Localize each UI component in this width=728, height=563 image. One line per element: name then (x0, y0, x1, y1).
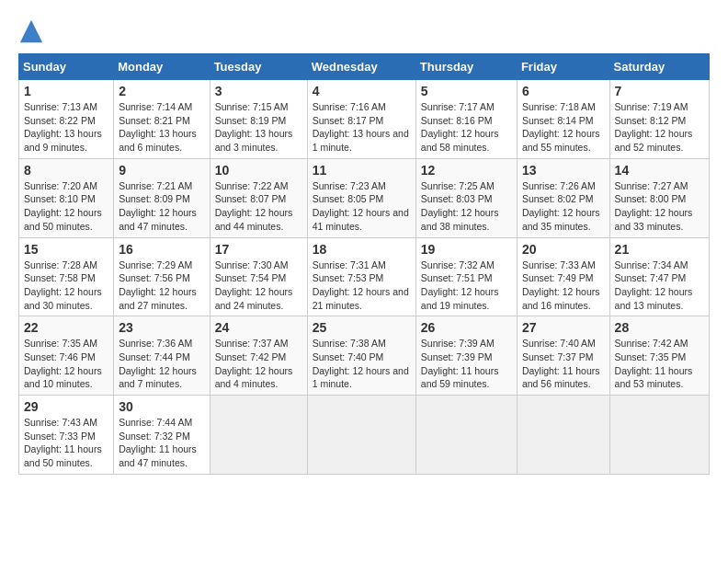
day-info: Sunrise: 7:17 AM Sunset: 8:16 PM Dayligh… (421, 100, 512, 155)
day-number: 24 (215, 320, 302, 335)
calendar-cell: 18 Sunrise: 7:31 AM Sunset: 7:53 PM Dayl… (307, 237, 415, 316)
calendar-week-4: 22 Sunrise: 7:35 AM Sunset: 7:46 PM Dayl… (19, 316, 710, 396)
day-number: 5 (421, 84, 512, 98)
day-number: 22 (24, 320, 108, 335)
weekday-header-thursday: Thursday (415, 54, 517, 80)
day-number: 30 (119, 399, 204, 414)
day-number: 10 (215, 163, 302, 178)
calendar-cell: 14 Sunrise: 7:27 AM Sunset: 8:00 PM Dayl… (609, 158, 709, 237)
day-number: 18 (313, 242, 411, 257)
calendar-week-1: 1 Sunrise: 7:13 AM Sunset: 8:22 PM Dayli… (19, 80, 710, 159)
day-info: Sunrise: 7:35 AM Sunset: 7:46 PM Dayligh… (24, 337, 108, 391)
day-info: Sunrise: 7:26 AM Sunset: 8:02 PM Dayligh… (522, 179, 605, 234)
logo (18, 18, 47, 44)
day-number: 28 (615, 320, 704, 335)
day-number: 27 (522, 320, 605, 335)
calendar-week-5: 29 Sunrise: 7:43 AM Sunset: 7:33 PM Dayl… (19, 396, 710, 475)
day-number: 3 (215, 84, 302, 98)
day-number: 2 (119, 84, 204, 98)
day-info: Sunrise: 7:32 AM Sunset: 7:51 PM Dayligh… (421, 259, 512, 313)
calendar-cell: 28 Sunrise: 7:42 AM Sunset: 7:35 PM Dayl… (609, 316, 709, 396)
calendar-cell: 4 Sunrise: 7:16 AM Sunset: 8:17 PM Dayli… (307, 80, 415, 159)
calendar-cell: 6 Sunrise: 7:18 AM Sunset: 8:14 PM Dayli… (517, 80, 609, 159)
logo-icon (18, 18, 44, 44)
calendar-cell: 8 Sunrise: 7:20 AM Sunset: 8:10 PM Dayli… (19, 158, 114, 237)
day-number: 26 (421, 320, 512, 335)
day-info: Sunrise: 7:15 AM Sunset: 8:19 PM Dayligh… (215, 100, 302, 155)
day-number: 9 (119, 163, 204, 178)
calendar-cell: 10 Sunrise: 7:22 AM Sunset: 8:07 PM Dayl… (210, 158, 307, 237)
day-info: Sunrise: 7:39 AM Sunset: 7:39 PM Dayligh… (421, 337, 512, 391)
day-info: Sunrise: 7:21 AM Sunset: 8:09 PM Dayligh… (119, 179, 204, 234)
day-info: Sunrise: 7:13 AM Sunset: 8:22 PM Dayligh… (24, 100, 108, 155)
calendar-cell: 12 Sunrise: 7:25 AM Sunset: 8:03 PM Dayl… (415, 158, 517, 237)
calendar-cell: 23 Sunrise: 7:36 AM Sunset: 7:44 PM Dayl… (114, 316, 210, 396)
calendar-cell: 16 Sunrise: 7:29 AM Sunset: 7:56 PM Dayl… (114, 237, 210, 316)
calendar-cell: 2 Sunrise: 7:14 AM Sunset: 8:21 PM Dayli… (114, 80, 210, 159)
day-info: Sunrise: 7:44 AM Sunset: 7:32 PM Dayligh… (119, 416, 204, 470)
calendar-table: SundayMondayTuesdayWednesdayThursdayFrid… (18, 53, 710, 475)
day-number: 11 (313, 163, 411, 178)
calendar-cell: 13 Sunrise: 7:26 AM Sunset: 8:02 PM Dayl… (517, 158, 609, 237)
day-info: Sunrise: 7:18 AM Sunset: 8:14 PM Dayligh… (522, 100, 605, 155)
calendar-week-2: 8 Sunrise: 7:20 AM Sunset: 8:10 PM Dayli… (19, 158, 710, 237)
calendar-cell: 17 Sunrise: 7:30 AM Sunset: 7:54 PM Dayl… (210, 237, 307, 316)
calendar-cell: 21 Sunrise: 7:34 AM Sunset: 7:47 PM Dayl… (609, 237, 709, 316)
day-info: Sunrise: 7:23 AM Sunset: 8:05 PM Dayligh… (313, 179, 411, 234)
calendar-week-3: 15 Sunrise: 7:28 AM Sunset: 7:58 PM Dayl… (19, 237, 710, 316)
day-number: 23 (119, 320, 204, 335)
day-number: 1 (24, 84, 108, 98)
day-number: 29 (24, 399, 108, 414)
header (18, 18, 710, 44)
day-info: Sunrise: 7:14 AM Sunset: 8:21 PM Dayligh… (119, 100, 204, 155)
calendar-cell: 30 Sunrise: 7:44 AM Sunset: 7:32 PM Dayl… (114, 396, 210, 475)
calendar-cell (307, 396, 415, 475)
day-number: 8 (24, 163, 108, 178)
weekday-header-friday: Friday (517, 54, 609, 80)
day-info: Sunrise: 7:33 AM Sunset: 7:49 PM Dayligh… (522, 259, 605, 313)
calendar-cell: 5 Sunrise: 7:17 AM Sunset: 8:16 PM Dayli… (415, 80, 517, 159)
calendar-cell: 22 Sunrise: 7:35 AM Sunset: 7:46 PM Dayl… (19, 316, 114, 396)
day-info: Sunrise: 7:22 AM Sunset: 8:07 PM Dayligh… (215, 179, 302, 234)
weekday-header-wednesday: Wednesday (307, 54, 415, 80)
calendar-cell: 26 Sunrise: 7:39 AM Sunset: 7:39 PM Dayl… (415, 316, 517, 396)
calendar-cell: 29 Sunrise: 7:43 AM Sunset: 7:33 PM Dayl… (19, 396, 114, 475)
day-info: Sunrise: 7:31 AM Sunset: 7:53 PM Dayligh… (313, 259, 411, 313)
day-info: Sunrise: 7:16 AM Sunset: 8:17 PM Dayligh… (313, 100, 411, 155)
day-info: Sunrise: 7:42 AM Sunset: 7:35 PM Dayligh… (615, 337, 704, 391)
calendar-cell: 11 Sunrise: 7:23 AM Sunset: 8:05 PM Dayl… (307, 158, 415, 237)
day-number: 6 (522, 84, 605, 98)
day-number: 7 (615, 84, 704, 98)
day-info: Sunrise: 7:19 AM Sunset: 8:12 PM Dayligh… (615, 100, 704, 155)
day-number: 14 (615, 163, 704, 178)
calendar-cell: 15 Sunrise: 7:28 AM Sunset: 7:58 PM Dayl… (19, 237, 114, 316)
day-info: Sunrise: 7:29 AM Sunset: 7:56 PM Dayligh… (119, 259, 204, 313)
calendar-cell: 20 Sunrise: 7:33 AM Sunset: 7:49 PM Dayl… (517, 237, 609, 316)
day-info: Sunrise: 7:34 AM Sunset: 7:47 PM Dayligh… (615, 259, 704, 313)
weekday-header-sunday: Sunday (19, 54, 114, 80)
svg-marker-0 (20, 20, 42, 42)
day-info: Sunrise: 7:27 AM Sunset: 8:00 PM Dayligh… (615, 179, 704, 234)
day-info: Sunrise: 7:37 AM Sunset: 7:42 PM Dayligh… (215, 337, 302, 391)
day-info: Sunrise: 7:25 AM Sunset: 8:03 PM Dayligh… (421, 179, 512, 234)
weekday-header-saturday: Saturday (609, 54, 709, 80)
calendar-cell: 3 Sunrise: 7:15 AM Sunset: 8:19 PM Dayli… (210, 80, 307, 159)
day-info: Sunrise: 7:38 AM Sunset: 7:40 PM Dayligh… (313, 337, 411, 391)
day-number: 21 (615, 242, 704, 257)
day-info: Sunrise: 7:36 AM Sunset: 7:44 PM Dayligh… (119, 337, 204, 391)
calendar-cell (210, 396, 307, 475)
day-number: 19 (421, 242, 512, 257)
weekday-header-monday: Monday (114, 54, 210, 80)
day-number: 4 (313, 84, 411, 98)
day-info: Sunrise: 7:30 AM Sunset: 7:54 PM Dayligh… (215, 259, 302, 313)
day-number: 13 (522, 163, 605, 178)
calendar-cell: 1 Sunrise: 7:13 AM Sunset: 8:22 PM Dayli… (19, 80, 114, 159)
day-number: 16 (119, 242, 204, 257)
day-number: 20 (522, 242, 605, 257)
day-number: 17 (215, 242, 302, 257)
calendar-cell: 24 Sunrise: 7:37 AM Sunset: 7:42 PM Dayl… (210, 316, 307, 396)
calendar-cell (415, 396, 517, 475)
day-info: Sunrise: 7:40 AM Sunset: 7:37 PM Dayligh… (522, 337, 605, 391)
calendar-cell: 7 Sunrise: 7:19 AM Sunset: 8:12 PM Dayli… (609, 80, 709, 159)
calendar-cell: 27 Sunrise: 7:40 AM Sunset: 7:37 PM Dayl… (517, 316, 609, 396)
